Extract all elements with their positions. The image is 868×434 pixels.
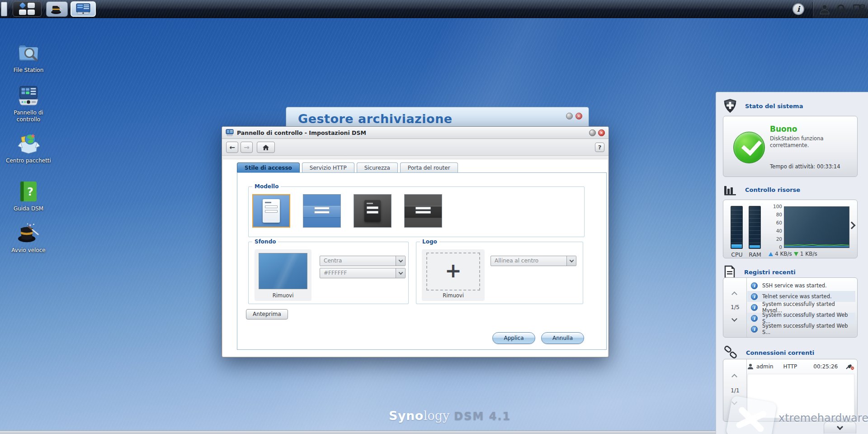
back-button[interactable]: ←	[226, 142, 238, 153]
logo-fieldset: Logo + Rimuovi Allinea al centro	[416, 242, 583, 304]
info-icon[interactable]: i	[793, 3, 804, 15]
taskbar: i	[0, 0, 868, 18]
system-status-card: Buono DiskStation funziona correttamente…	[723, 116, 858, 177]
desktop-icon-guida-dsm[interactable]: ? Guida DSM	[4, 180, 53, 212]
window-titlebar[interactable]: Pannello di controllo - Impostazioni DSM	[222, 127, 609, 139]
widgets-sidebar: Stato del sistema Buono DiskStation funz…	[716, 92, 868, 434]
modello-fieldset: Modello	[248, 186, 585, 237]
tab-sicurezza[interactable]: Sicurezza	[357, 162, 398, 173]
status-description: DiskStation funziona correttamente.	[770, 135, 847, 149]
upload-arrow-icon	[769, 252, 773, 256]
synology-dsm-logo: SynologyDSM 4.1	[389, 409, 511, 423]
link-icon	[723, 346, 738, 359]
logo-align-select[interactable]: Allinea al centro	[491, 256, 576, 266]
log-row: i System successfully started Web S...	[747, 324, 855, 334]
desktop-icon-avvio-veloce[interactable]: Avvio veloce	[4, 222, 53, 254]
tab-servizio-http[interactable]: Servizio HTTP	[302, 162, 354, 173]
log-text: Telnet service was started.	[762, 293, 832, 300]
template-thumbnail-dark-card[interactable]	[354, 194, 392, 228]
current-connections-header: Connessioni correnti	[723, 346, 814, 359]
brand-light: logy	[424, 409, 449, 423]
info-icon: i	[751, 304, 758, 311]
desktop-icon-label: Centro pacchetti	[4, 157, 53, 164]
page-up-icon[interactable]	[731, 374, 737, 380]
template-thumbnail-dark-stripe[interactable]	[404, 194, 442, 228]
storage-manager-title: Gestore archiviazione	[298, 112, 453, 126]
main-menu-icon	[19, 3, 35, 15]
connections-page-indicator: 1/1	[723, 387, 747, 394]
resource-monitor-card: CPU RAM 100 80 60 40 20 0 4 KB/s 1 KB	[723, 200, 858, 258]
current-connections-card: 1/1 admin HTTP 00:25:26	[723, 359, 858, 422]
tab-stile-di-accesso[interactable]: Stile di accesso	[237, 162, 300, 173]
cpu-gauge	[731, 206, 743, 249]
logs-pager: 1/5	[723, 278, 747, 337]
recent-logs-header: Registri recenti	[723, 265, 796, 279]
active-task-control-panel-button[interactable]	[71, 1, 96, 17]
info-icon: i	[751, 326, 758, 333]
close-button[interactable]	[598, 129, 605, 136]
window-toolbar: ← → ?	[222, 139, 609, 156]
desktop-icon-centro-pacchetti[interactable]: Centro pacchetti	[4, 132, 53, 164]
log-row: i Telnet service was started.	[747, 291, 855, 302]
download-rate: 1 KB/s	[800, 251, 817, 257]
modello-legend: Modello	[252, 183, 281, 190]
control-panel-icon	[17, 84, 40, 107]
minimize-button[interactable]	[566, 113, 573, 119]
status-ok-icon	[733, 132, 765, 163]
template-thumbnail-blue-card[interactable]	[252, 194, 290, 228]
disconnect-icon[interactable]	[845, 363, 854, 370]
upload-rate: 4 KB/s	[775, 251, 792, 257]
recent-logs-title: Registri recenti	[744, 269, 796, 276]
close-button[interactable]	[576, 113, 582, 119]
anteprima-button[interactable]: Anteprima	[246, 309, 288, 320]
sidebar-collapse-button[interactable]	[824, 422, 856, 434]
desktop-screen: SynologyDSM 4.1	[0, 0, 868, 434]
page-up-icon[interactable]	[731, 291, 737, 297]
log-row: i SSH service was started.	[747, 280, 855, 291]
desktop-icon-file-station[interactable]: File Station	[4, 42, 53, 74]
connection-row: admin HTTP 00:25:26	[747, 361, 854, 372]
minimize-button[interactable]	[589, 129, 596, 136]
annulla-button[interactable]: Annulla	[541, 332, 584, 344]
help-button[interactable]: ?	[595, 143, 604, 152]
tab-porta-del-router[interactable]: Porta del router	[400, 162, 458, 173]
background-color-select[interactable]: #FFFFFF	[320, 268, 406, 278]
template-thumbnail-blue-stripe[interactable]	[303, 194, 341, 228]
logo-upload-dropzone[interactable]: +	[426, 253, 480, 291]
page-down-icon[interactable]	[731, 399, 737, 405]
connection-protocol: HTTP	[783, 363, 797, 370]
show-desktop-button[interactable]	[1, 2, 7, 16]
background-position-select[interactable]: Centra	[320, 256, 406, 266]
user-icon[interactable]	[818, 3, 831, 15]
search-icon[interactable]	[835, 3, 848, 15]
connection-user: admin	[756, 363, 774, 370]
chevron-down-icon	[837, 424, 843, 430]
remove-background-button[interactable]: Rimuovi	[255, 292, 311, 299]
remove-logo-button[interactable]: Rimuovi	[422, 292, 485, 299]
network-traffic-chart	[784, 206, 849, 248]
product-version: DSM 4.1	[454, 410, 511, 423]
forward-button[interactable]: →	[241, 142, 253, 153]
info-icon: i	[751, 282, 758, 289]
ram-gauge	[749, 206, 761, 249]
cpu-label: CPU	[728, 251, 746, 258]
pilot-view-icon[interactable]	[853, 3, 865, 15]
uptime-text: Tempo di attività: 00:33:14	[770, 163, 840, 170]
sfondo-fieldset: Sfondo Rimuovi Centra #FFFFFF	[248, 242, 409, 304]
log-text: SSH service was started.	[762, 282, 827, 289]
system-status-header: Stato del sistema	[723, 99, 803, 113]
applica-button[interactable]: Applica	[492, 332, 535, 344]
logo-preview-panel: + Rimuovi	[422, 249, 485, 301]
resource-monitor-header: Controllo risorse	[723, 183, 800, 196]
download-arrow-icon	[794, 252, 798, 256]
logo-align-value: Allinea al centro	[495, 258, 538, 264]
page-down-icon[interactable]	[731, 316, 737, 322]
background-image-thumbnail[interactable]	[259, 253, 307, 289]
current-connections-title: Connessioni correnti	[746, 349, 814, 356]
chevron-down-icon	[396, 256, 405, 266]
desktop-icon-pannello-di-controllo[interactable]: Pannello di controllo	[4, 84, 53, 123]
home-button[interactable]	[257, 142, 275, 153]
quick-launch-button[interactable]	[46, 1, 68, 17]
main-menu-button[interactable]	[13, 1, 42, 17]
background-position-value: Centra	[324, 258, 342, 264]
